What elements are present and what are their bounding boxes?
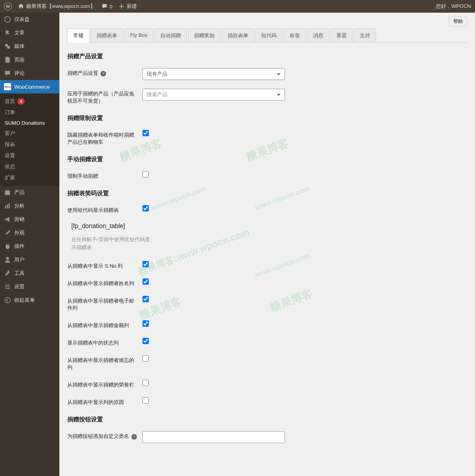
tab-message[interactable]: 消息 [307, 29, 329, 42]
checkbox-show-status[interactable] [142, 338, 149, 344]
page-icon [4, 56, 11, 63]
menu-tools[interactable]: 工具 [0, 267, 59, 280]
home-icon [18, 3, 24, 10]
menu-posts[interactable]: 文章 [0, 26, 59, 40]
menu-settings[interactable]: 设置 [0, 280, 59, 293]
menu-comments[interactable]: 评论 [0, 67, 59, 80]
user-greeting[interactable]: 您好，WPOCN [436, 3, 471, 10]
menu-plugins[interactable]: 插件 [0, 240, 59, 253]
tab-reset[interactable]: 重置 [331, 29, 353, 42]
checkbox-show-reason[interactable] [142, 397, 149, 404]
menu-collapse[interactable]: 收起菜单 [0, 293, 59, 307]
sliders-icon [4, 283, 11, 290]
submenu-customers[interactable]: 客户 [0, 128, 59, 139]
select-search-product[interactable]: 搜索产品 [142, 89, 285, 101]
submenu-sumo-donations[interactable]: SUMO Donations [0, 118, 59, 128]
product-icon [4, 189, 11, 196]
plug-icon [4, 243, 11, 250]
svg-rect-3 [5, 191, 10, 195]
tab-flybox[interactable]: Fly Box [124, 29, 153, 42]
home-badge: 4 [17, 98, 25, 105]
help-button[interactable]: 帮助 [449, 17, 467, 27]
checkbox-show-name[interactable] [142, 278, 149, 285]
dashboard-icon [4, 16, 11, 23]
menu-media[interactable]: 媒体 [0, 40, 59, 53]
checkbox-show-sno[interactable] [142, 261, 149, 267]
label-show-email: 从捐赠表中显示捐赠者电子邮件列 [67, 297, 139, 312]
tab-support[interactable]: 支持 [354, 29, 376, 42]
collapse-icon [4, 297, 11, 304]
label-product-settings: 捐赠产品设置 [67, 70, 98, 77]
label-show-amount: 从捐赠表中显示捐赠金额列 [67, 322, 129, 329]
media-icon [4, 43, 11, 50]
checkbox-show-amount[interactable] [142, 320, 149, 327]
help-icon[interactable]: ? [131, 434, 137, 440]
section-button-settings: 捐赠按钮设置 [67, 416, 467, 423]
checkbox-use-shortcode[interactable] [142, 205, 149, 211]
menu-products[interactable]: 产品 [0, 186, 59, 199]
new-content-link[interactable]: 新建 [118, 3, 137, 10]
checkbox-show-email[interactable] [142, 296, 149, 302]
tab-donation-form[interactable]: 捐赠表单 [91, 29, 123, 42]
label-show-honor: 从捐赠表中显示捐赠的荣誉栏 [67, 381, 134, 388]
submenu-status[interactable]: 状态 [0, 161, 59, 172]
checkbox-hide-form[interactable] [142, 130, 149, 136]
analytics-icon [4, 202, 11, 209]
svg-rect-8 [5, 285, 10, 286]
label-force-manual: 强制手动捐赠 [67, 173, 98, 180]
tab-general[interactable]: 常规 [67, 29, 89, 43]
wp-logo[interactable]: W [4, 2, 12, 10]
tab-donation-reward[interactable]: 捐赠奖励 [188, 29, 220, 42]
wrench-icon [4, 270, 11, 277]
label-button-class: 为捐赠按钮添加自定义类名 [67, 433, 129, 440]
woo-submenu: 首页4 订单 SUMO Donations 客户 报表 设置 状态 扩展 [0, 93, 59, 186]
tab-donation-form2[interactable]: 捐款表单 [222, 29, 254, 42]
checkbox-show-memorable[interactable] [142, 355, 149, 362]
submenu-home[interactable]: 首页4 [0, 96, 59, 107]
menu-users[interactable]: 用户 [0, 253, 59, 267]
section-manual-settings: 手动捐赠设置 [67, 156, 467, 163]
menu-appearance[interactable]: 外观 [0, 226, 59, 240]
svg-rect-10 [5, 288, 10, 289]
chat-icon [4, 70, 11, 77]
submenu-reports[interactable]: 报表 [0, 139, 59, 150]
woo-icon: Woo [4, 83, 11, 90]
menu-marketing[interactable]: 营销 [0, 213, 59, 226]
select-product-settings[interactable]: 现有产品 [142, 68, 285, 80]
section-limit-settings: 捐赠限制设置 [67, 114, 467, 122]
svg-rect-6 [9, 204, 10, 209]
label-show-memorable: 从捐赠表中显示捐赠者难忘的列 [67, 357, 139, 371]
label-use-shortcode: 使用短代码显示捐赠表 [67, 207, 119, 214]
help-icon[interactable]: ? [101, 71, 106, 76]
tab-shortcode[interactable]: 短代码 [255, 29, 283, 42]
tab-auto-donation[interactable]: 自动捐赠 [154, 29, 187, 42]
svg-point-7 [6, 257, 9, 260]
user-icon [4, 256, 11, 263]
svg-rect-9 [5, 286, 10, 287]
checkbox-show-honor[interactable] [142, 380, 149, 386]
menu-analytics[interactable]: 分析 [0, 199, 59, 213]
label-show-name: 从捐赠表中显示捐赠者姓名列 [67, 280, 134, 287]
submenu-settings[interactable]: 设置 [0, 150, 59, 161]
megaphone-icon [4, 216, 11, 223]
site-home-link[interactable]: 糖果博客【www.wpocn.com】 [18, 3, 95, 10]
comments-link[interactable]: 0 [101, 3, 112, 10]
label-product-for-donation: 应用于捐赠的产品（产品应免税且不可发货） [67, 90, 139, 105]
settings-tabs: 常规 捐赠表单 Fly Box 自动捐赠 捐赠奖励 捐款表单 短代码 标签 消息… [67, 29, 467, 43]
menu-dashboard[interactable]: 仪表盘 [0, 13, 59, 26]
comments-count: 0 [110, 4, 112, 10]
shortcode-description: 在任何帖子/页面中使用此短代码显示捐赠表 [71, 236, 150, 251]
comment-icon [101, 3, 108, 10]
menu-woocommerce[interactable]: WooWooCommerce [0, 80, 59, 93]
submenu-extensions[interactable]: 扩展 [0, 172, 59, 183]
section-product-settings: 捐赠产品设置 [67, 53, 467, 60]
new-label: 新建 [127, 3, 137, 10]
input-button-class[interactable] [142, 431, 285, 443]
shortcode-text: [fp_donation_table] [71, 223, 467, 230]
svg-rect-5 [7, 204, 8, 208]
admin-sidebar: 仪表盘 文章 媒体 页面 评论 WooWooCommerce 首页4 订单 SU… [0, 13, 59, 460]
tab-label[interactable]: 标签 [284, 29, 306, 42]
checkbox-force-manual[interactable] [142, 171, 149, 177]
menu-pages[interactable]: 页面 [0, 53, 59, 67]
submenu-orders[interactable]: 订单 [0, 107, 59, 118]
